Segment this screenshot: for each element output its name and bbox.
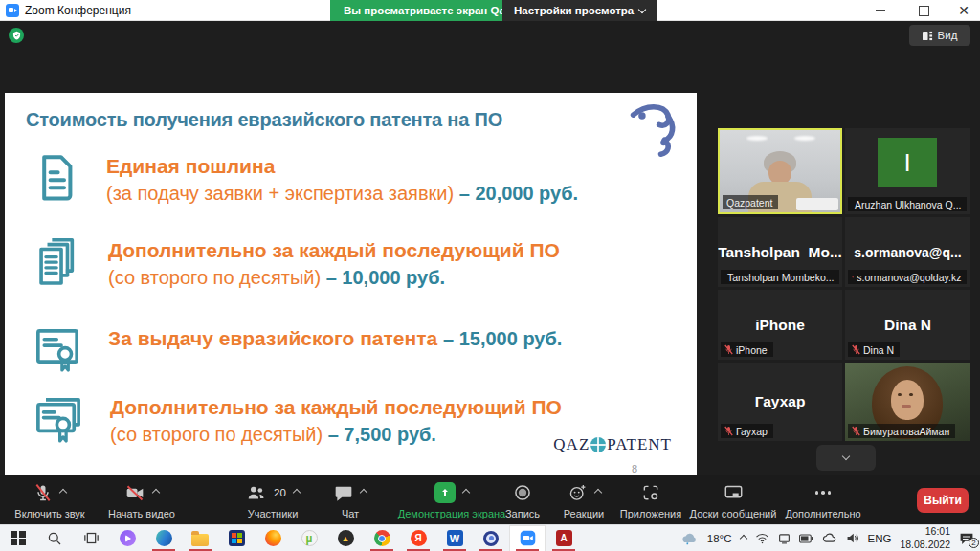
certificates-double-icon: [33, 393, 83, 451]
start-button[interactable]: [0, 525, 36, 551]
security-shield-icon[interactable]: [9, 28, 24, 43]
file-explorer-app-icon[interactable]: [182, 525, 218, 551]
mic-muted-icon: [724, 426, 733, 436]
chevron-down-icon: [638, 5, 646, 12]
minimize-button[interactable]: [864, 0, 897, 21]
zoom-taskbar-icon[interactable]: [509, 525, 546, 551]
unmute-button[interactable]: Включить звук: [6, 479, 94, 521]
participant-tile[interactable]: Tansholpan Mo... Tansholpan Mombeko...: [718, 217, 842, 287]
utorrent-icon: µ: [301, 530, 318, 546]
participant-tile[interactable]: s.ormanova@q... s.ormanova@qolday.kz: [845, 217, 970, 287]
firefox-app-icon[interactable]: [255, 525, 291, 551]
leave-meeting-button[interactable]: Выйти: [917, 488, 969, 513]
meeting-toolbar: Включить звук Начать видео 20 Участники …: [0, 475, 980, 524]
language-indicator[interactable]: ENG: [868, 533, 892, 544]
tray-device-icon[interactable]: [778, 533, 791, 544]
avatar: I: [878, 138, 937, 187]
button-label: Демонстрация экрана: [398, 508, 505, 519]
chevron-up-icon[interactable]: [593, 489, 601, 496]
record-button[interactable]: Запись: [496, 479, 549, 521]
camera-off-icon: [124, 483, 145, 502]
participant-name: Dina N: [863, 344, 894, 356]
button-label: Дополнительно: [785, 508, 860, 519]
chevron-up-icon[interactable]: [293, 489, 301, 496]
ceiling-light: [746, 136, 768, 141]
windows-taskbar: µ ▲ Я W A 18°C ENG 16:01 18.08.2022: [0, 524, 980, 551]
participant-name: БимуратоваАйман: [863, 426, 949, 437]
participant-name-label: Qazpatent: [723, 195, 778, 209]
documents-stack-icon: [33, 236, 81, 294]
participant-tile[interactable]: Dina N Dina N: [845, 290, 970, 360]
hidden-icons-chevron[interactable]: [739, 534, 746, 541]
aimp-app-icon[interactable]: ▲: [327, 525, 364, 551]
windows-logo-icon: [11, 531, 26, 546]
button-label: Включить звук: [14, 508, 84, 519]
chevron-down-icon: [842, 452, 850, 460]
chat-button[interactable]: Чат: [320, 479, 381, 521]
apps-button[interactable]: Приложения: [614, 479, 687, 521]
maximize-button[interactable]: [907, 0, 940, 21]
participant-tile-photo[interactable]: БимуратоваАйман: [845, 363, 970, 441]
start-video-button[interactable]: Начать видео: [96, 479, 188, 521]
fee-title: Единая пошлина: [106, 152, 578, 180]
participant-tile-video[interactable]: Qazpatent: [718, 128, 842, 214]
mic-muted-icon: [33, 483, 53, 502]
chevron-up-icon[interactable]: [59, 489, 67, 496]
fee-price: – 10,000 руб.: [326, 267, 445, 288]
temperature-label[interactable]: 18°C: [707, 533, 732, 544]
yandex-icon: Я: [411, 530, 427, 546]
window-title: Zoom Конференция: [25, 4, 131, 17]
word-app-icon[interactable]: W: [436, 525, 473, 551]
fee-detail: (со второго по десятый): [110, 424, 328, 445]
participant-name-label: Aruzhan Ulkhanova Q...: [848, 197, 967, 211]
button-label: Запись: [505, 508, 540, 519]
participant-tile[interactable]: I Aruzhan Ulkhanova Q...: [845, 128, 970, 214]
participant-tile[interactable]: Гаухар Гаухар: [718, 363, 842, 441]
acrobat-icon: A: [556, 530, 572, 546]
participant-name: s.ormanova@qolday.kz: [857, 272, 961, 283]
participant-name-label: Dina N: [848, 342, 900, 357]
slide-title: Стоимость получения евразийского патента…: [26, 109, 502, 131]
sync-app-icon[interactable]: [473, 525, 509, 551]
fee-price: – 20,000 руб.: [459, 183, 578, 204]
word-icon: W: [447, 530, 463, 546]
speaker-icon[interactable]: [846, 532, 859, 544]
action-center-button[interactable]: 2: [959, 532, 974, 545]
view-button-label: Вид: [938, 30, 958, 41]
more-button[interactable]: Дополнительно: [781, 479, 865, 521]
whiteboards-button[interactable]: Доски сообщений: [685, 479, 781, 521]
chevron-up-icon[interactable]: [360, 489, 368, 496]
edge-app-icon[interactable]: [145, 525, 182, 551]
search-button[interactable]: [36, 525, 73, 551]
logo-text-patent: PATENT: [607, 435, 672, 454]
fee-price: – 15,000 руб.: [443, 328, 562, 349]
reactions-button[interactable]: Реакции: [553, 479, 614, 521]
apps-icon: [641, 483, 660, 502]
view-settings-button[interactable]: Настройки просмотра: [502, 0, 657, 21]
chevron-up-icon[interactable]: [152, 489, 160, 496]
onedrive-cloud-icon[interactable]: [822, 533, 837, 543]
yandex-browser-app-icon[interactable]: Я: [400, 525, 436, 551]
close-button[interactable]: ✕: [947, 0, 980, 21]
battery-icon[interactable]: [799, 534, 813, 543]
circular-arrows-icon: [483, 531, 499, 546]
fee-item: Дополнительно за каждый последующий ПО (…: [33, 393, 562, 451]
task-view-button[interactable]: [73, 525, 109, 551]
participant-tile[interactable]: iPhone iPhone: [718, 290, 842, 360]
microsoft-store-app-icon[interactable]: [218, 525, 255, 551]
zoom-meeting-window: Zoom Конференция Вы просматриваете экран…: [0, 0, 980, 551]
alisa-app-icon[interactable]: [109, 525, 145, 551]
utorrent-app-icon[interactable]: µ: [291, 525, 327, 551]
button-label: Начать видео: [108, 508, 175, 519]
participants-scroll-down-button[interactable]: [816, 445, 876, 471]
wifi-icon[interactable]: [755, 533, 769, 544]
acrobat-app-icon[interactable]: A: [546, 525, 582, 551]
chevron-up-icon[interactable]: [462, 489, 470, 496]
button-label: Реакции: [564, 508, 605, 519]
search-icon: [47, 531, 62, 546]
clock[interactable]: 16:01 18.08.2022: [900, 525, 950, 550]
mic-muted-icon: [852, 344, 860, 355]
participants-button[interactable]: 20 Участники: [230, 479, 316, 521]
view-layout-button[interactable]: Вид: [909, 25, 970, 46]
chrome-app-icon[interactable]: [364, 525, 400, 551]
